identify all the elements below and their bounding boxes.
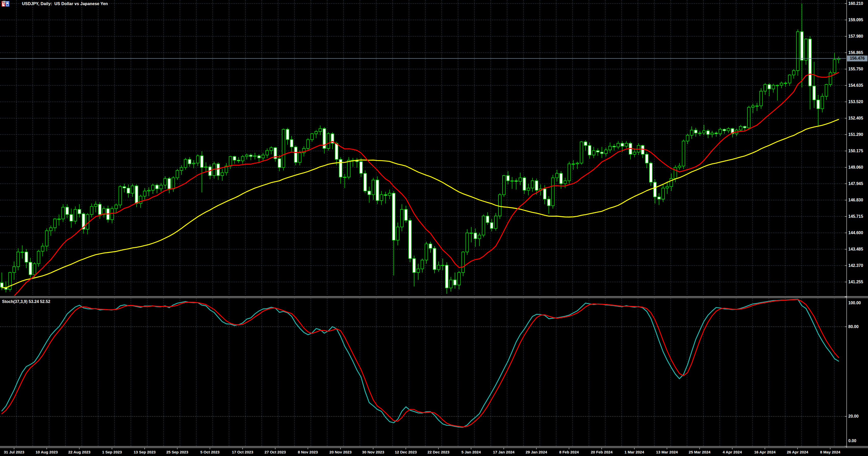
time-tick-label: 25 Mar 2024 (689, 450, 711, 454)
time-tick-label: 17 Oct 2023 (232, 450, 253, 454)
stoch-axis[interactable]: 100.0080.0020.000.00 (848, 0, 868, 448)
time-tick-label: 31 Jul 2023 (4, 450, 24, 454)
time-tick-label: 8 May 2024 (820, 450, 840, 454)
current-price-tag: 156.476 (847, 56, 867, 61)
time-axis[interactable]: 31 Jul 202310 Aug 202322 Aug 20231 Sep 2… (0, 449, 868, 456)
time-tick-label: 13 Mar 2024 (656, 450, 678, 454)
time-tick-label: 4 Apr 2024 (722, 450, 742, 454)
chart-window-icon (12, 1, 20, 7)
time-tick-label: 1 Mar 2024 (624, 450, 644, 454)
time-tick-label: 20 Feb 2024 (591, 450, 612, 454)
stoch-tick-label: 100.00 (848, 301, 861, 305)
chart-title-bar: USDJPY, Daily: US Dollar vs Japanese Yen (2, 1, 108, 7)
mt4-chart-window: USDJPY, Daily: US Dollar vs Japanese Yen… (0, 0, 868, 456)
time-tick-label: 29 Jan 2024 (526, 450, 547, 454)
stochastic-label: Stoch(37,3,9) 53.24 52.52 (2, 300, 50, 304)
chart-title: USDJPY, Daily: US Dollar vs Japanese Yen (22, 2, 108, 6)
time-tick-label: 17 Jan 2024 (493, 450, 515, 454)
time-tick-label: 10 Aug 2023 (35, 450, 58, 454)
time-tick-label: 1 Sep 2023 (102, 450, 122, 454)
stoch-tick-label: 0.00 (848, 438, 856, 443)
time-tick-label: 20 Nov 2023 (330, 450, 352, 454)
time-tick-label: 26 Apr 2024 (787, 450, 808, 454)
time-tick-label: 25 Sep 2023 (166, 450, 188, 454)
time-tick-label: 22 Dec 2023 (427, 450, 450, 454)
time-tick-label: 8 Nov 2023 (298, 450, 318, 454)
time-tick-label: 22 Aug 2023 (68, 450, 91, 454)
time-tick-label: 5 Jan 2024 (461, 450, 481, 454)
stoch-tick-label: 80.00 (848, 324, 859, 329)
time-tick-label: 12 Dec 2023 (395, 450, 417, 454)
time-tick-label: 8 Feb 2024 (559, 450, 579, 454)
stoch-tick-label: 20.00 (848, 414, 859, 419)
time-tick-label: 5 Oct 2023 (200, 450, 220, 454)
time-tick-label: 16 Apr 2024 (754, 450, 776, 454)
time-tick-label: 27 Oct 2023 (265, 450, 286, 454)
time-tick-label: 30 Nov 2023 (362, 450, 384, 454)
time-tick-label: 13 Sep 2023 (134, 450, 156, 454)
chart-canvas[interactable] (0, 0, 868, 456)
current-price-value: 156.476 (850, 56, 865, 61)
